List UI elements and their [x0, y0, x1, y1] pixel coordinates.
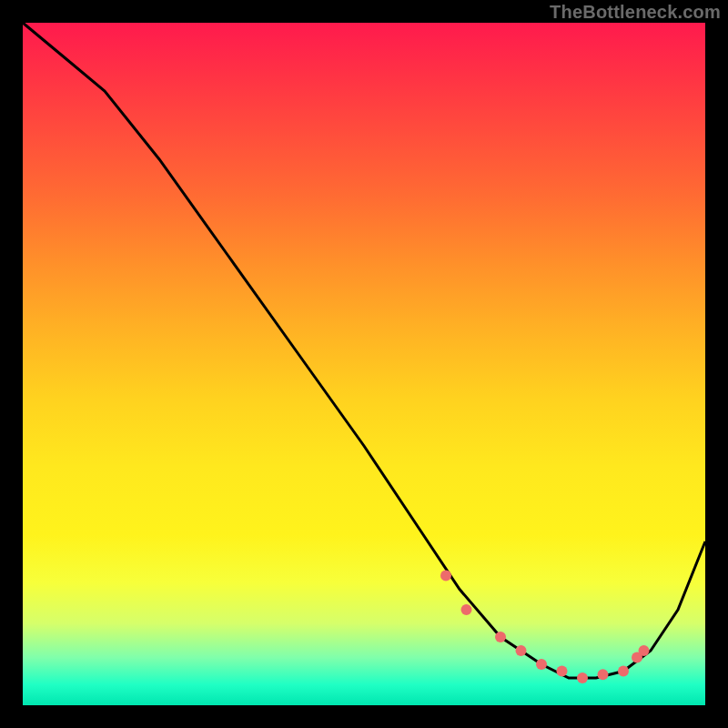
highlight-dot: [440, 571, 451, 581]
highlight-dot: [618, 666, 629, 677]
highlight-dot: [598, 669, 609, 680]
highlight-dot: [639, 645, 650, 656]
watermark-text: TheBottleneck.com: [550, 2, 721, 23]
bottleneck-curve: [23, 23, 705, 678]
highlight-dot: [577, 672, 588, 683]
plot-area: [23, 23, 705, 705]
highlight-dot: [536, 659, 547, 670]
highlight-dot: [461, 604, 472, 615]
highlight-dot: [516, 645, 527, 656]
curve-layer: [23, 23, 705, 705]
highlight-dots: [440, 571, 650, 684]
highlight-dot: [495, 632, 506, 642]
chart-frame: TheBottleneck.com: [0, 0, 728, 728]
highlight-dot: [557, 666, 568, 677]
